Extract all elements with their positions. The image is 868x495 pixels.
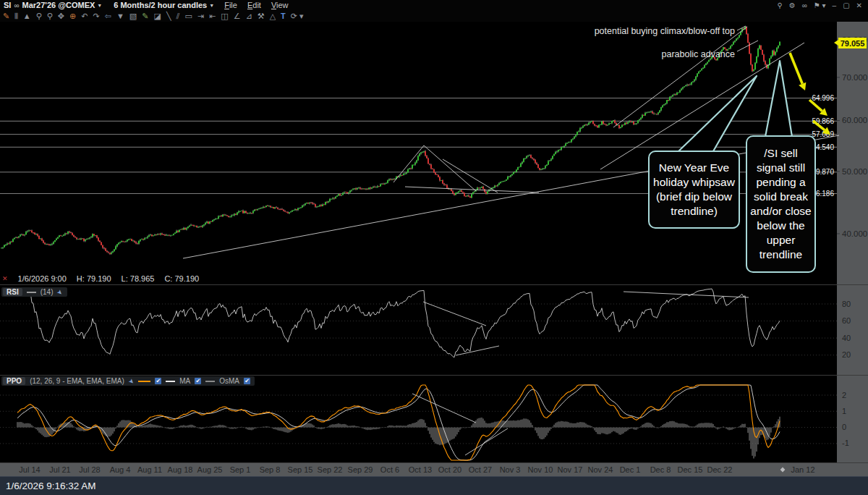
text-tool-icon[interactable]: T <box>281 10 286 22</box>
ppo-label[interactable]: PPO <box>3 377 25 385</box>
svg-text:Sep 8: Sep 8 <box>260 465 281 474</box>
svg-text:Jul 21: Jul 21 <box>49 465 70 474</box>
svg-text:64.996: 64.996 <box>812 94 834 102</box>
menu-file[interactable]: File <box>224 1 237 9</box>
bar-high: H: 79.190 <box>77 274 111 283</box>
pen-tool-icon[interactable]: ✎ <box>3 10 9 22</box>
svg-text:80: 80 <box>842 300 851 308</box>
close-bar-marker-icon: ✕ <box>2 275 8 282</box>
ppo-checkbox[interactable]: ✔ <box>155 378 161 384</box>
extend-right-icon[interactable]: ⇥ <box>197 10 204 22</box>
svg-text:Jan 12: Jan 12 <box>791 465 814 474</box>
last-price-value: 79.055 <box>841 39 865 48</box>
ppo-osma-label: OsMA <box>219 377 239 385</box>
menu-view[interactable]: View <box>271 1 289 9</box>
crosshair-target-icon[interactable]: ⊕ <box>69 10 76 22</box>
extend-left-icon[interactable]: ⇤ <box>209 10 216 22</box>
svg-text:Nov 17: Nov 17 <box>558 465 583 474</box>
svg-text:40.000: 40.000 <box>842 229 867 238</box>
close-icon[interactable]: ✕ <box>856 1 862 9</box>
svg-text:Aug 4: Aug 4 <box>110 465 131 474</box>
rsi-line-sample <box>27 292 36 293</box>
triangle-tool-icon[interactable]: ⊿ <box>246 10 252 22</box>
svg-text:Sep 1: Sep 1 <box>230 465 251 474</box>
svg-text:Oct 20: Oct 20 <box>438 465 461 474</box>
ppo-ma-checkbox[interactable]: ✔ <box>195 378 201 384</box>
ppo-params-label: (12, 26, 9 - EMA, EMA, EMA) <box>30 377 124 385</box>
continuous-contract-icon: ∞ <box>14 1 19 9</box>
volume-profile-icon[interactable]: ⫴ <box>14 10 18 22</box>
svg-text:Jul 28: Jul 28 <box>79 465 100 474</box>
pan-hand-icon[interactable]: ✥ <box>58 10 64 22</box>
eraser-tool-icon[interactable]: ◪ <box>153 10 161 22</box>
svg-text:Sep 15: Sep 15 <box>288 465 313 474</box>
ppo-pane-header: PPO (12, 26, 9 - EMA, EMA, EMA) ➤ ✔ MA ✔… <box>1 376 255 386</box>
angle-tool-icon[interactable]: ∠ <box>234 10 241 22</box>
date-axis-labels: Jul 14Jul 21Jul 28Aug 4Aug 11Aug 18Aug 2… <box>19 465 814 474</box>
svg-text:Dec 22: Dec 22 <box>707 465 733 474</box>
svg-text:60: 60 <box>842 316 851 325</box>
rsi-period-label: (14) <box>41 288 54 296</box>
redo-icon[interactable]: ↷ <box>93 10 100 22</box>
svg-text:40: 40 <box>842 334 851 342</box>
svg-text:Dec 8: Dec 8 <box>650 465 671 474</box>
link-icon[interactable]: ∞ <box>802 1 807 9</box>
timeframe-selector[interactable]: 6 Months/2 hour candles <box>114 1 207 9</box>
svg-text:70.000: 70.000 <box>842 73 867 82</box>
rectangle-tool-icon[interactable]: ▭ <box>184 10 192 22</box>
area-chart-icon[interactable]: ▲ <box>23 10 31 22</box>
svg-text:50.000: 50.000 <box>842 167 867 176</box>
ppo-ma-line-sample <box>166 381 175 382</box>
ppo-ma-label: MA <box>179 377 190 385</box>
brush-tool-icon[interactable]: ✎ <box>142 10 148 22</box>
svg-text:Aug 25: Aug 25 <box>197 465 223 474</box>
split-pane-icon[interactable]: ◫ <box>221 10 228 22</box>
ppo-line-sample <box>138 381 150 382</box>
pattern-tool-icon[interactable]: ▧ <box>129 10 137 22</box>
zoom-out-icon[interactable]: ⚲ <box>47 10 53 22</box>
quick-zoom-icon[interactable]: ⚲ <box>777 1 782 9</box>
svg-text:-1: -1 <box>842 439 849 447</box>
svg-text:Dec 1: Dec 1 <box>620 465 641 474</box>
svg-text:2: 2 <box>842 391 846 399</box>
status-clock: 1/6/2026 9:16:32 AM <box>6 481 96 491</box>
dropdown-caret-icon[interactable]: ▼ <box>116 10 124 22</box>
back-arrow-icon[interactable]: ⇦ <box>105 10 111 22</box>
restore-icon[interactable]: ▢ <box>843 1 849 9</box>
trading-app-window: SI ∞ Mar27'26 @COMEX ▼ 6 Months/2 hour c… <box>0 0 868 495</box>
timeframe-dropdown-caret-icon[interactable]: ▼ <box>209 3 214 8</box>
svg-text:Dec 15: Dec 15 <box>678 465 703 474</box>
zoom-in-icon[interactable]: ⚲ <box>36 10 42 22</box>
callout-sell-signal-pending[interactable]: /SI sell signal still pending a solid br… <box>746 135 816 273</box>
status-bar: 1/6/2026 9:16:32 AM <box>0 476 868 495</box>
drawing-toolbar: ✎⫴▲⚲⚲✥⊕↶↷⇦▼▧✎◪╲⫽▭⇥⇤◫∠⊿⚒△T⟳ ▾ <box>0 10 868 22</box>
rsi-label[interactable]: RSI <box>3 288 22 296</box>
ppo-osma-checkbox[interactable]: ✔ <box>244 378 250 384</box>
rsi-pointer-icon[interactable]: ➤ <box>56 287 64 296</box>
svg-text:0: 0 <box>842 423 846 431</box>
ppo-pointer-icon[interactable]: ➤ <box>127 376 135 385</box>
wrench-icon[interactable]: ⚒ <box>258 10 265 22</box>
annotation-buying-climax: potential buying climax/blow-off top <box>595 26 735 36</box>
refresh-icon[interactable]: ⟳ ▾ <box>291 10 304 22</box>
ppo-osma-line-sample <box>205 381 215 382</box>
settings-gear-icon[interactable]: ⚙ <box>789 1 796 9</box>
svg-text:Oct 13: Oct 13 <box>409 465 432 474</box>
svg-text:Jul 14: Jul 14 <box>19 465 40 474</box>
callout-new-year-whipsaw[interactable]: New Year Eve holiday whipsaw (brief dip … <box>648 151 740 229</box>
minimize-icon[interactable]: – <box>833 1 837 9</box>
svg-text:Nov 24: Nov 24 <box>588 465 613 474</box>
annotation-parabolic-advance: parabolic advance <box>662 49 736 59</box>
svg-text:Nov 10: Nov 10 <box>528 465 553 474</box>
measure-tool-icon[interactable]: △ <box>270 10 276 22</box>
chart-canvas[interactable]: 80.00070.00060.00050.00040.00064.99659.8… <box>0 0 868 495</box>
menu-edit[interactable]: Edit <box>247 1 261 9</box>
undo-icon[interactable]: ↶ <box>81 10 88 22</box>
svg-text:60.000: 60.000 <box>842 116 867 124</box>
pin-icon[interactable]: ⚑ ▾ <box>814 1 826 9</box>
parallel-lines-icon[interactable]: ⫽ <box>176 10 180 22</box>
svg-text:Aug 11: Aug 11 <box>137 465 162 474</box>
symbol-dropdown-caret-icon[interactable]: ▼ <box>97 3 102 8</box>
svg-text:Oct 27: Oct 27 <box>469 465 492 474</box>
trendline-tool-icon[interactable]: ╲ <box>166 10 171 22</box>
